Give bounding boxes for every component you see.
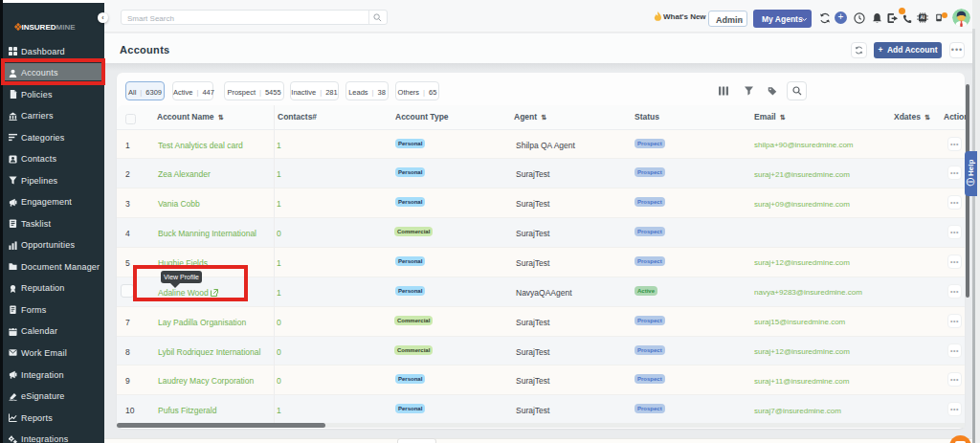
svg-text:AI: AI <box>921 16 925 21</box>
